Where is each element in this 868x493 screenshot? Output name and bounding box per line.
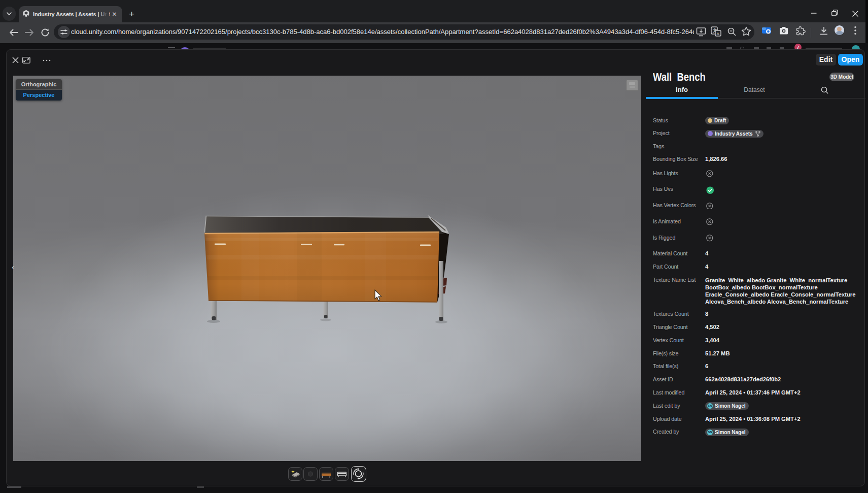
svg-text:A: A: [717, 31, 720, 36]
